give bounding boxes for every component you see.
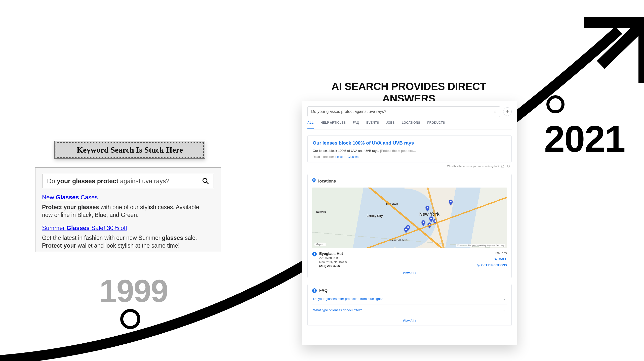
- map-brand: Mapbox: [314, 243, 326, 246]
- faq-view-all[interactable]: View All›: [312, 319, 507, 323]
- directions-button[interactable]: GET DIRECTIONS: [477, 263, 507, 267]
- answer-link-glasses[interactable]: Glasses: [348, 155, 358, 159]
- answer-link-lenses[interactable]: Lenses: [335, 155, 345, 159]
- map-attribution: © Mapbox © OpenStreetMap Improve this ma…: [456, 244, 505, 247]
- svg-point-12: [430, 218, 432, 219]
- tab-products[interactable]: PRODUCTS: [427, 121, 445, 129]
- old-result-1-link[interactable]: New Glasses Cases: [42, 194, 98, 201]
- svg-point-2: [548, 97, 563, 112]
- old-result-1: New Glasses Cases Protect your glasses w…: [42, 194, 214, 219]
- tab-help-articles[interactable]: HELP ARTICLES: [321, 121, 346, 129]
- map-label: Statue of Liberty: [390, 239, 408, 241]
- svg-point-8: [427, 207, 428, 208]
- map-pin-icon[interactable]: [449, 200, 453, 204]
- map-pin-icon[interactable]: [425, 206, 430, 210]
- map-label: Hoboken: [386, 202, 398, 205]
- year-1999-label: 1999: [99, 273, 168, 309]
- svg-point-9: [423, 221, 424, 223]
- modern-tabs: ALL HELP ARTICLES FAQ EVENTS JOBS LOCATI…: [307, 121, 512, 129]
- call-button[interactable]: CALL: [477, 257, 507, 261]
- location-addr2: New York, NY 10009: [319, 260, 347, 264]
- map-label: New York: [419, 212, 439, 217]
- thumbs-up-icon[interactable]: [501, 164, 505, 168]
- pin-icon: [312, 178, 316, 184]
- faq-title: FAQ: [319, 288, 328, 293]
- svg-point-1: [122, 310, 139, 328]
- svg-point-7: [313, 179, 315, 181]
- map-pin-icon[interactable]: [421, 220, 426, 225]
- svg-point-14: [405, 229, 407, 230]
- direct-answer-card: Our lenses block 100% of UVA and UVB ray…: [307, 136, 512, 162]
- map-label: Jersey City: [367, 214, 383, 218]
- old-result-2-link[interactable]: Summer Glasses Sale! 30% off: [42, 224, 127, 231]
- old-search-card: Do your glasses protect against uva rays…: [35, 167, 221, 252]
- location-distance: 207.7 mi: [477, 251, 507, 255]
- tab-jobs[interactable]: JOBS: [386, 121, 395, 129]
- old-result-2-desc: Get the latest in fashion with our new S…: [42, 234, 203, 250]
- tab-events[interactable]: EVENTS: [366, 121, 379, 129]
- faq-card: ? FAQ Do your glasses offer protection f…: [307, 284, 512, 326]
- svg-point-11: [434, 220, 436, 222]
- answer-subtitle: Our lenses block 100% of UVA and UVB ray…: [313, 149, 506, 153]
- voice-search-icon[interactable]: [503, 107, 512, 116]
- faq-item-2[interactable]: What type of lenses do you offer? ⌄: [312, 304, 507, 315]
- old-result-1-desc: Protect your glasses with one of our sty…: [42, 203, 203, 219]
- tab-locations[interactable]: LOCATIONS: [402, 121, 420, 129]
- map-pin-icon[interactable]: [433, 219, 437, 223]
- map-pin-icon[interactable]: [406, 225, 410, 230]
- old-search-banner: Keyword Search Is Stuck Here: [54, 141, 205, 159]
- map-pin-icon[interactable]: [429, 216, 433, 221]
- year-2021-label: 2021: [544, 118, 625, 160]
- locations-title: locations: [318, 179, 336, 184]
- thumbs-down-icon[interactable]: [507, 164, 510, 168]
- answer-feedback: Was this the answer you were looking for…: [307, 164, 512, 168]
- faq-item-1[interactable]: Do your glasses offer protection from bl…: [312, 293, 507, 304]
- location-addr1: 223 Avenue B: [319, 256, 347, 260]
- svg-rect-5: [507, 110, 508, 112]
- svg-point-13: [407, 226, 409, 228]
- clear-icon[interactable]: ×: [494, 109, 496, 114]
- svg-line-0: [601, 25, 642, 65]
- svg-line-4: [207, 182, 209, 184]
- svg-point-10: [429, 224, 430, 225]
- map-pin-icon[interactable]: [404, 227, 408, 232]
- locations-card: locations Mapbox © Mapbox © OpenStreetMa…: [307, 174, 512, 278]
- answer-title[interactable]: Our lenses block 100% of UVA and UVB ray…: [313, 140, 506, 146]
- svg-point-15: [450, 201, 452, 202]
- modern-search-panel: Do your glasses protect against uva rays…: [302, 101, 517, 345]
- tab-faq[interactable]: FAQ: [353, 121, 359, 129]
- old-result-2: Summer Glasses Sale! 30% off Get the lat…: [42, 224, 214, 250]
- location-phone[interactable]: (212) 260-4206: [319, 264, 347, 268]
- locations-view-all[interactable]: View All›: [312, 271, 507, 275]
- modern-search-query: Do your glasses protect against uva rays…: [311, 109, 386, 114]
- svg-point-3: [203, 178, 207, 183]
- question-icon: ?: [312, 288, 317, 293]
- chevron-down-icon: ⌄: [503, 308, 506, 312]
- locations-map[interactable]: Mapbox © Mapbox © OpenStreetMap Improve …: [312, 188, 507, 248]
- tab-all[interactable]: ALL: [307, 121, 314, 129]
- location-badge: 1: [312, 252, 317, 256]
- search-icon[interactable]: [202, 177, 209, 185]
- old-search-query: Do your glasses protect against uva rays…: [47, 177, 169, 185]
- old-search-box[interactable]: Do your glasses protect against uva rays…: [42, 174, 214, 188]
- answer-readmore: Read more from Lenses · Glasses: [313, 155, 506, 159]
- modern-search-box[interactable]: Do your glasses protect against uva rays…: [307, 106, 500, 117]
- map-label: Newark: [316, 210, 326, 213]
- map-pin-icon[interactable]: [427, 222, 432, 227]
- location-name[interactable]: Eyeglass Hut: [319, 251, 347, 256]
- chevron-down-icon: ⌄: [503, 297, 506, 301]
